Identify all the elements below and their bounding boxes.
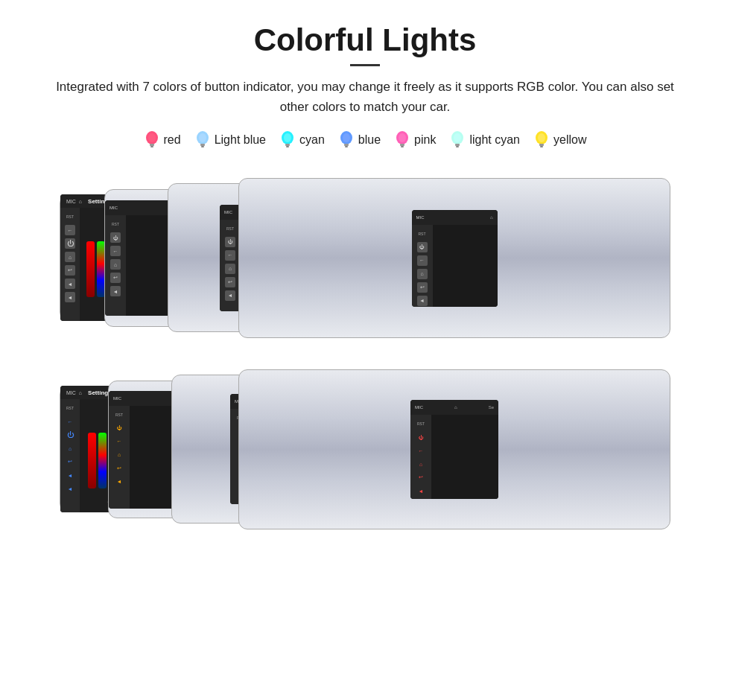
- device-unit-4-bot: MIC ⌂ Se RST ⏻ ← ⌂ ↩ ◄: [238, 369, 670, 529]
- yellow-bulb-icon: [533, 130, 550, 150]
- color-label-cyan: cyan: [299, 133, 325, 147]
- svg-point-25: [538, 133, 545, 142]
- title-divider: [350, 64, 380, 66]
- sidebar-4: RST ⏻ ← ⌂ ↩ ◄: [412, 225, 433, 307]
- sidebar-1b: RST ← ⏻ ⌂ ↩ ◄ ◄: [60, 399, 80, 512]
- sidebar-rst-4b: RST: [416, 419, 426, 429]
- color-label-lightcyan: light cyan: [469, 133, 520, 147]
- sidebar-return-2: ↩: [110, 273, 121, 283]
- bottom-device-stack: MIC ⌂ Se RST ⏻ ← ⌂ ↩ ◄: [60, 362, 670, 533]
- page-container: Colorful Lights Integrated with 7 colors…: [0, 0, 730, 572]
- top-device-section: MIC ⌂ RST ⏻ ← ⌂ ↩ ◄: [30, 171, 700, 346]
- svg-rect-6: [200, 144, 205, 146]
- lightblue-bulb-icon: [194, 130, 211, 150]
- svg-rect-7: [201, 146, 204, 147]
- sidebar-home-3: ⌂: [225, 264, 235, 274]
- sidebar-back: ←: [417, 255, 428, 266]
- sidebar-back-4b: ←: [416, 445, 426, 456]
- sidebar-return-1: ↩: [65, 265, 75, 276]
- main-content-4: [433, 225, 498, 307]
- home-icon-bot: ⌂: [79, 390, 82, 395]
- sidebar-back-2: ←: [110, 246, 121, 256]
- sidebar-rst-2b: RST: [114, 410, 124, 420]
- color-item-pink: pink: [394, 130, 436, 150]
- svg-rect-14: [344, 144, 349, 146]
- color-item-blue: blue: [338, 130, 381, 150]
- home-icon-top: ⌂: [79, 199, 82, 204]
- sidebar-4b: RST ⏻ ← ⌂ ↩ ◄: [410, 415, 431, 499]
- screen-topbar-4: MIC ⌂: [412, 210, 498, 225]
- slider-red: [86, 241, 95, 297]
- color-label-pink: pink: [414, 133, 436, 147]
- sidebar-home: ⌂: [417, 269, 428, 279]
- sidebar-vol-3: ◄: [225, 290, 235, 301]
- bottom-device-section: MIC ⌂ Se RST ⏻ ← ⌂ ↩ ◄: [30, 362, 700, 533]
- color-label-red: red: [164, 133, 181, 147]
- sidebar-rst-2: RST: [110, 219, 121, 229]
- sidebar-rst-1: RST: [65, 211, 75, 222]
- sidebar-home-1: ⌂: [65, 252, 75, 262]
- sidebar-rst-3: RST: [225, 223, 235, 234]
- svg-point-1: [148, 133, 156, 142]
- sidebar-power-2b: ⏻: [114, 423, 124, 433]
- description-text: Integrated with 7 colors of button indic…: [45, 77, 685, 117]
- sidebar-voldn-1b: ◄: [65, 483, 75, 494]
- sidebar-power-1: ⏻: [65, 238, 75, 249]
- sidebar-2b: RST ⏻ ← ⌂ ↩ ◄: [109, 406, 130, 509]
- mic-label: MIC: [66, 199, 76, 204]
- svg-rect-27: [540, 146, 543, 147]
- color-label-blue: blue: [358, 133, 381, 147]
- sidebar-return-4b: ↩: [416, 472, 426, 483]
- svg-rect-23: [456, 146, 459, 147]
- cyan-bulb-icon: [279, 130, 296, 150]
- slider-gradient-b: [98, 433, 107, 489]
- svg-rect-2: [150, 144, 154, 146]
- main-content-4b: [431, 415, 498, 499]
- title-section: Colorful Lights: [30, 22, 700, 66]
- color-item-yellow: yellow: [533, 130, 586, 150]
- sidebar-back-arrow-1: ←: [65, 225, 75, 235]
- sidebar-home-2b: ⌂: [114, 450, 124, 460]
- sidebar-power-2: ⏻: [110, 232, 121, 243]
- sidebar-2: RST ⏻ ← ⌂ ↩ ◄: [105, 215, 126, 316]
- sidebar-vol-1b: ◄: [65, 470, 75, 480]
- sidebar-return-2b: ↩: [114, 463, 124, 474]
- sidebar-power: ⏻: [417, 242, 428, 252]
- sidebar-vol-2: ◄: [110, 286, 121, 296]
- color-item-lightcyan: light cyan: [449, 130, 520, 150]
- sidebar-voldn-1: ◄: [65, 292, 75, 302]
- color-item-red: red: [144, 130, 181, 150]
- top-device-stack: MIC ⌂ RST ⏻ ← ⌂ ↩ ◄: [60, 171, 670, 346]
- sidebar-1: RST ← ⏻ ⌂ ↩ ◄ ◄: [60, 208, 80, 321]
- sidebar-back-3: ←: [225, 250, 235, 261]
- sidebar-power-1b: ⏻: [65, 430, 75, 440]
- device-unit-4-top: MIC ⌂ RST ⏻ ← ⌂ ↩ ◄: [238, 178, 670, 338]
- sidebar-vol: ◄: [417, 296, 428, 306]
- color-item-cyan: cyan: [279, 130, 325, 150]
- svg-point-5: [199, 133, 206, 142]
- sidebar-vol-2b: ◄: [114, 477, 124, 487]
- lightcyan-bulb-icon: [449, 130, 466, 150]
- color-indicators-row: red Light blue cyan: [30, 130, 700, 150]
- svg-point-21: [454, 133, 461, 142]
- svg-point-17: [399, 133, 406, 142]
- sidebar-vol-4b: ◄: [416, 486, 426, 496]
- svg-rect-11: [286, 146, 289, 147]
- sidebar-power-4b: ⏻: [416, 432, 426, 442]
- svg-rect-18: [400, 144, 404, 146]
- sidebar-home-1b: ⌂: [65, 443, 75, 454]
- sidebar-3: RST ⏻ ← ⌂ ↩ ◄: [220, 220, 241, 311]
- svg-rect-19: [401, 146, 404, 147]
- screen-topbar-4b: MIC ⌂ Se: [410, 400, 498, 415]
- blue-bulb-icon: [338, 130, 355, 150]
- svg-rect-22: [455, 144, 460, 146]
- sidebar-rst-1b: RST: [65, 403, 75, 413]
- red-bulb-icon: [144, 130, 160, 150]
- svg-point-9: [284, 133, 291, 142]
- sidebar-rst: RST: [417, 229, 428, 239]
- sidebar-return-1b: ↩: [65, 456, 75, 467]
- svg-point-13: [343, 133, 350, 142]
- screen-4-bot: MIC ⌂ Se RST ⏻ ← ⌂ ↩ ◄: [410, 400, 498, 499]
- mic-label-bot: MIC: [66, 390, 76, 395]
- svg-rect-26: [539, 144, 544, 146]
